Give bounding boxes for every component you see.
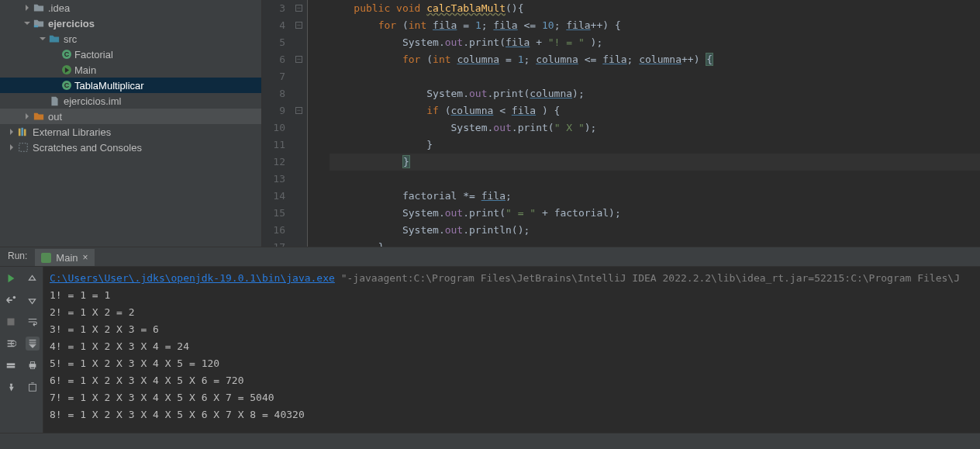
java-path-link[interactable]: C:\Users\User\.jdks\openjdk-19.0.1\bin\j… [50,272,335,284]
svg-rect-2 [21,128,23,136]
tool-button[interactable] [4,293,18,307]
svg-rect-1 [19,129,21,136]
scroll-to-end-button[interactable] [26,337,40,351]
svg-rect-12 [30,367,34,369]
tool-button[interactable] [4,337,18,351]
tree-item-tabla-multiplicar[interactable]: C TablaMultiplicar [0,78,261,93]
console-output[interactable]: C:\Users\User\.jdks\openjdk-19.0.1\bin\j… [43,267,980,432]
tree-item-out[interactable]: out [0,109,261,124]
fold-handle-icon[interactable] [295,107,302,114]
tree-item-iml[interactable]: ejercicios.iml [0,93,261,109]
chevron-right-icon [23,112,31,120]
down-button[interactable] [26,293,40,307]
status-bar [0,433,980,449]
run-tab-bar: Run: Main × [0,247,980,267]
run-tab-label: Main [56,252,78,264]
tree-label: Scratches and Consoles [33,142,142,154]
stop-button[interactable] [4,315,18,329]
svg-rect-8 [7,364,16,366]
class-icon: C [62,50,71,59]
main-class-icon [62,65,71,74]
tree-label: out [48,111,62,123]
run-tab-main[interactable]: Main × [35,247,94,266]
run-panel-label: Run: [0,247,35,266]
code-content[interactable]: public void calcTablaMult(){ for (int fi… [308,0,980,247]
chevron-right-icon [8,128,16,136]
run-toolbar-left [0,267,22,432]
tree-label: ejercicios [48,18,95,29]
chevron-down-icon [23,19,31,27]
tree-item-scratches[interactable]: Scratches and Consoles [0,140,261,155]
run-toolbar-secondary [22,267,43,432]
tree-item-main[interactable]: Main [0,62,261,78]
svg-rect-9 [7,366,16,368]
libraries-icon [17,126,29,138]
tree-item-external-libraries[interactable]: External Libraries [0,124,261,140]
tree-label: .idea [48,2,70,14]
tree-label: External Libraries [33,126,111,138]
scratches-icon [17,141,29,154]
class-icon: C [62,81,71,90]
fold-handle-icon[interactable] [295,5,302,12]
fold-column [293,0,307,247]
tool-button[interactable] [4,358,18,372]
up-button[interactable] [26,271,40,285]
svg-point-5 [13,296,16,299]
svg-rect-11 [30,362,34,364]
tree-item-factorial[interactable]: C Factorial [0,47,261,62]
source-folder-icon [48,33,60,45]
editor-gutter: 34567891011121314151617 [262,0,308,247]
svg-rect-0 [34,26,38,28]
tree-item-src[interactable]: src [0,31,261,47]
rerun-button[interactable] [4,271,18,285]
tree-label: Factorial [74,49,113,60]
tree-label: TablaMultiplicar [74,80,144,92]
svg-rect-6 [8,319,15,326]
tree-item-project[interactable]: ejercicios [0,16,261,31]
module-icon [33,17,45,29]
run-tool-window: Run: Main × C:\Users\User\.jdks\openjdk-… [0,247,980,432]
code-editor[interactable]: 34567891011121314151617 public void calc… [262,0,980,247]
chevron-right-icon [23,4,31,12]
tree-label: ejercicios.iml [64,95,121,107]
file-icon [48,95,60,107]
tree-label: src [64,33,77,45]
clear-button[interactable] [26,380,40,394]
fold-handle-icon[interactable] [295,56,302,63]
svg-rect-3 [24,130,26,136]
soft-wrap-button[interactable] [26,315,40,329]
folder-icon [33,2,45,14]
print-button[interactable] [26,358,40,372]
tree-label: Main [74,64,96,76]
tree-item-idea[interactable]: .idea [0,0,261,16]
pin-button[interactable] [4,380,18,394]
svg-rect-13 [29,385,36,392]
fold-handle-icon[interactable] [295,22,302,29]
line-numbers: 34567891011121314151617 [262,0,293,247]
svg-rect-4 [19,143,28,152]
project-tree: .idea ejercicios src C Factorial Main [0,0,262,247]
close-icon[interactable]: × [83,252,88,263]
out-folder-icon [33,110,45,123]
run-config-icon [41,253,51,263]
chevron-right-icon [8,143,16,151]
chevron-down-icon [39,35,47,43]
